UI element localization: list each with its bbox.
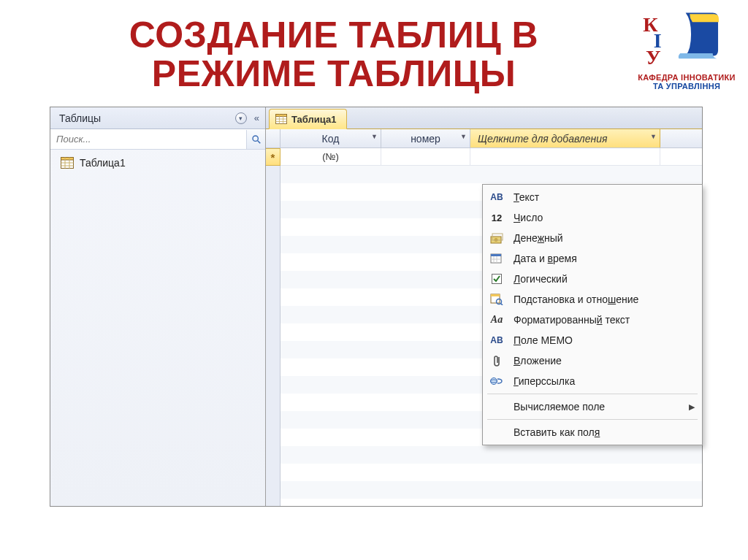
- menu-item[interactable]: Подстановка и отношение: [484, 289, 701, 310]
- menu-item-icon: AB: [487, 332, 506, 348]
- column-header-label: номер: [411, 133, 440, 145]
- table-icon: [275, 114, 287, 124]
- tab-label: Таблица1: [291, 114, 336, 125]
- logo-letter-u: У: [646, 46, 661, 69]
- nav-item-label: Таблица1: [80, 157, 126, 169]
- search-input[interactable]: [50, 130, 246, 149]
- menu-item-icon: [487, 230, 506, 246]
- menu-item-icon: 12: [487, 210, 506, 226]
- menu-item-label: Денежный: [514, 232, 563, 244]
- menu-item-label: Вставить как поля: [514, 426, 600, 438]
- search-icon[interactable]: [246, 130, 265, 149]
- menu-item-icon: Aa: [487, 312, 506, 328]
- nav-object-list: Таблица1: [50, 150, 265, 506]
- menu-item[interactable]: ABПоле МЕМО: [484, 330, 701, 350]
- menu-item-label: Число: [514, 212, 543, 223]
- university-logo: К І У КАФЕДРА ІННОВАТИКИ ТА УПРАВЛІННЯ: [636, 4, 738, 91]
- column-header-code[interactable]: Код ▼: [280, 129, 381, 147]
- menu-item-paste-as-fields[interactable]: Вставить как поля: [484, 422, 701, 442]
- menu-item-label: Вложение: [514, 355, 562, 367]
- table-icon: [61, 157, 74, 169]
- menu-item-label: Логический: [514, 273, 568, 285]
- menu-item[interactable]: Гиперссылка: [484, 371, 701, 391]
- nav-filter-icon[interactable]: ▾: [235, 112, 247, 124]
- menu-item-icon: AB: [487, 189, 506, 205]
- chevron-down-icon[interactable]: ▼: [371, 133, 378, 140]
- submenu-arrow-icon: ▶: [689, 402, 695, 412]
- menu-item-label: Вычисляемое поле: [514, 401, 605, 413]
- logo-subtitle-2: ТА УПРАВЛІННЯ: [636, 82, 738, 91]
- menu-item-icon: [487, 291, 506, 307]
- chevron-down-icon[interactable]: ▼: [460, 133, 467, 140]
- cell-number[interactable]: [381, 148, 470, 165]
- svg-point-27: [491, 378, 497, 385]
- menu-item[interactable]: ABТекст: [484, 187, 701, 207]
- logo-subtitle-1: КАФЕДРА ІННОВАТИКИ: [636, 73, 738, 82]
- column-header-label: Код: [322, 133, 340, 145]
- navigation-pane: Таблицы ▾ «: [50, 107, 266, 506]
- datasheet-area: Таблица1 Код ▼ номер ▼: [266, 107, 702, 506]
- svg-line-1: [257, 140, 260, 143]
- cell-code[interactable]: (№): [280, 148, 381, 165]
- menu-item-label: Дата и время: [514, 253, 577, 264]
- nav-pane-title: Таблицы: [59, 112, 101, 124]
- svg-rect-3: [61, 158, 74, 161]
- menu-item-label: Гиперссылка: [514, 375, 575, 387]
- menu-item[interactable]: 12Число: [484, 207, 701, 228]
- access-window: Таблицы ▾ «: [50, 107, 703, 507]
- table-row[interactable]: (№): [280, 148, 702, 166]
- tab-table1[interactable]: Таблица1: [269, 109, 347, 129]
- menu-item-icon: [487, 353, 506, 369]
- menu-item-label: Форматированный текст: [514, 314, 630, 326]
- svg-rect-18: [491, 254, 501, 256]
- menu-item-calculated[interactable]: Вычисляемое поле▶: [484, 396, 701, 417]
- menu-separator: [487, 419, 698, 420]
- svg-line-26: [501, 304, 503, 306]
- chevron-down-icon[interactable]: ▼: [650, 133, 657, 140]
- menu-item-icon: [487, 271, 506, 287]
- menu-item-icon: [487, 373, 506, 389]
- menu-item-label: Текст: [514, 191, 539, 203]
- menu-item[interactable]: Вложение: [484, 350, 701, 371]
- nav-search-row: [50, 129, 265, 150]
- column-headers: Код ▼ номер ▼ Щелкните для добавления ▼: [280, 129, 702, 148]
- nav-item-table1[interactable]: Таблица1: [53, 154, 262, 172]
- column-header-label: Щелкните для добавления: [478, 133, 607, 145]
- menu-separator: [487, 394, 698, 394]
- menu-item[interactable]: Логический: [484, 269, 701, 289]
- cell-add: [470, 148, 660, 165]
- menu-item-label: Поле МЕМО: [514, 334, 573, 346]
- tab-strip: Таблица1: [266, 107, 702, 129]
- row-header-gutter: [266, 129, 280, 506]
- svg-rect-9: [276, 114, 287, 116]
- field-type-menu: ABТекст12ЧислоДенежныйДата и времяЛогиче…: [482, 184, 703, 445]
- column-header-add-field[interactable]: Щелкните для добавления ▼: [470, 129, 660, 147]
- svg-point-0: [253, 136, 258, 141]
- nav-collapse-icon[interactable]: «: [253, 112, 261, 123]
- menu-item-icon: [487, 250, 506, 266]
- column-header-number[interactable]: номер ▼: [381, 129, 470, 147]
- menu-item[interactable]: AaФорматированный текст: [484, 310, 701, 330]
- menu-item[interactable]: Дата и время: [484, 248, 701, 269]
- svg-rect-24: [491, 294, 500, 296]
- new-row-marker: *: [266, 148, 280, 166]
- menu-item[interactable]: Денежный: [484, 228, 701, 248]
- menu-item-label: Подстановка и отношение: [514, 294, 638, 305]
- nav-pane-header[interactable]: Таблицы ▾ «: [50, 107, 265, 129]
